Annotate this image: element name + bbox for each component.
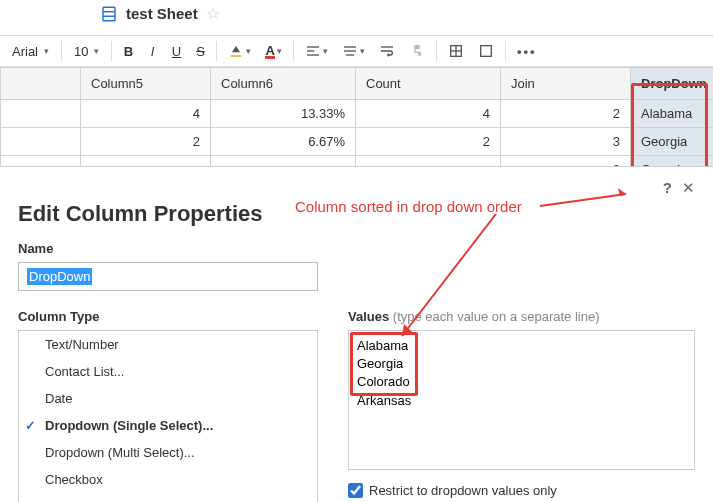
column-type-option[interactable]: Dropdown (Multi Select)...: [19, 439, 317, 466]
cell[interactable]: 2: [81, 128, 211, 156]
underline-button[interactable]: U: [166, 41, 186, 62]
table-row[interactable]: 2 6.67% 2 3 Georgia: [1, 128, 714, 156]
table-row[interactable]: 4 13.33% 4 2 Alabama: [1, 100, 714, 128]
column-header[interactable]: Count: [356, 68, 501, 100]
dropdown-cell[interactable]: Georgia: [631, 128, 714, 156]
font-size-dropdown[interactable]: 10▾: [68, 42, 105, 61]
column-type-option[interactable]: Date: [19, 385, 317, 412]
column-type-option[interactable]: Contact List...: [19, 358, 317, 385]
row-number-cell[interactable]: [1, 100, 81, 128]
cell[interactable]: 2: [501, 100, 631, 128]
dropdown-values-textarea[interactable]: [348, 330, 695, 470]
cell[interactable]: 2: [356, 128, 501, 156]
edit-column-properties-dialog: ? ✕ Edit Column Properties Name DropDown…: [0, 166, 713, 502]
strikethrough-button[interactable]: S: [190, 41, 210, 62]
help-icon[interactable]: ?: [663, 179, 672, 197]
borders-button[interactable]: [443, 40, 469, 62]
restrict-label: Restrict to dropdown values only: [369, 483, 557, 498]
cell[interactable]: 6.67%: [211, 128, 356, 156]
column-type-label: Column Type: [18, 309, 318, 324]
italic-button[interactable]: I: [142, 41, 162, 62]
conditional-format-button[interactable]: [473, 40, 499, 62]
svg-rect-0: [103, 7, 115, 21]
cell[interactable]: 4: [356, 100, 501, 128]
row-number-cell[interactable]: [1, 128, 81, 156]
fill-color-button[interactable]: ▾: [223, 40, 256, 62]
close-icon[interactable]: ✕: [682, 179, 695, 197]
align-vertical-button[interactable]: ▾: [337, 40, 370, 62]
values-label: Values (type each value on a separate li…: [348, 309, 695, 324]
cell[interactable]: 3: [501, 128, 631, 156]
column-name-input[interactable]: DropDown: [18, 262, 318, 291]
restrict-checkbox[interactable]: [348, 483, 363, 498]
column-header-dropdown[interactable]: DropDown: [631, 68, 714, 100]
cell[interactable]: 4: [81, 100, 211, 128]
sheet-title: test Sheet: [126, 5, 198, 22]
name-label: Name: [18, 241, 695, 256]
column-header[interactable]: Column5: [81, 68, 211, 100]
text-color-button[interactable]: A▾: [260, 40, 286, 62]
svg-rect-3: [231, 55, 242, 57]
column-header[interactable]: Join: [501, 68, 631, 100]
format-painter-button[interactable]: [404, 40, 430, 62]
column-type-option[interactable]: Dropdown (Single Select)...: [19, 412, 317, 439]
column-type-option[interactable]: Symbols...: [19, 493, 317, 502]
row-number-header[interactable]: [1, 68, 81, 100]
wrap-text-button[interactable]: [374, 40, 400, 62]
formatting-toolbar: Arial▾ 10▾ B I U S ▾ A▾ ▾ ▾ •••: [0, 35, 713, 67]
cell[interactable]: 13.33%: [211, 100, 356, 128]
more-button[interactable]: •••: [512, 41, 542, 62]
font-family-dropdown[interactable]: Arial▾: [6, 42, 55, 61]
bold-button[interactable]: B: [118, 41, 138, 62]
header-row: Column5 Column6 Count Join DropDown: [1, 68, 714, 100]
column-type-option[interactable]: Text/Number: [19, 331, 317, 358]
annotation-text: Column sorted in drop down order: [295, 198, 522, 215]
svg-rect-14: [481, 46, 492, 57]
sheet-icon: [100, 5, 118, 23]
favorite-star-icon[interactable]: ☆: [206, 4, 220, 23]
align-left-button[interactable]: ▾: [300, 40, 333, 62]
dropdown-cell[interactable]: Alabama: [631, 100, 714, 128]
column-type-list[interactable]: Text/NumberContact List...DateDropdown (…: [18, 330, 318, 502]
sheet-header: test Sheet ☆: [0, 0, 713, 27]
column-header[interactable]: Column6: [211, 68, 356, 100]
column-type-option[interactable]: Checkbox: [19, 466, 317, 493]
